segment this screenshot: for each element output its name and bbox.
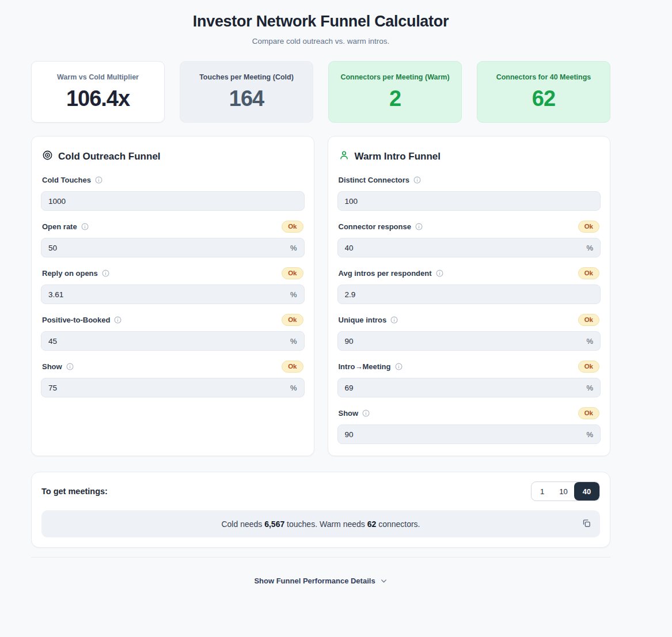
page-title: Investor Network Funnel Calculator <box>31 13 610 31</box>
stat-card-touches-per-meeting: Touches per Meeting (Cold) 164 <box>180 61 313 123</box>
info-icon[interactable] <box>102 270 109 277</box>
warm-panel-header: Warm Intro Funnel <box>337 146 601 164</box>
field-label: Reply on opens <box>42 269 98 278</box>
stat-card-connectors-for-meetings: Connectors for 40 Meetings 62 <box>477 61 610 123</box>
stats-row: Warm vs Cold Multiplier 106.4x Touches p… <box>31 61 610 123</box>
field-label: Cold Touches <box>42 176 91 184</box>
field-label: Show <box>42 362 62 371</box>
cold-touches-input[interactable] <box>41 191 305 211</box>
status-badge: Ok <box>578 407 599 420</box>
field-cold-touches: Cold Touches <box>41 173 305 211</box>
stat-value: 62 <box>532 86 555 111</box>
distinct-connectors-input[interactable] <box>337 191 601 211</box>
stat-value: 2 <box>389 86 401 111</box>
cold-show-input[interactable]: % <box>41 378 305 397</box>
intro-meeting-input[interactable]: % <box>337 378 601 397</box>
status-badge: Ok <box>282 361 303 373</box>
field-warm-show: Show Ok % <box>337 407 601 444</box>
info-icon[interactable] <box>436 270 443 277</box>
cold-show-value[interactable] <box>48 384 290 392</box>
target-icon <box>42 150 53 163</box>
panels-row: Cold Outreach Funnel Cold Touches Open r… <box>31 136 610 456</box>
show-details-label: Show Funnel Performance Details <box>254 577 375 585</box>
unit-label: % <box>586 384 593 392</box>
status-badge: Ok <box>578 314 599 327</box>
status-badge: Ok <box>578 361 599 373</box>
open-rate-input[interactable]: % <box>41 238 305 257</box>
field-unique-intros: Unique intros Ok % <box>337 313 601 351</box>
info-icon[interactable] <box>415 223 423 230</box>
field-reply-on-opens: Reply on opens Ok % <box>41 267 305 304</box>
chevron-down-icon <box>380 577 388 585</box>
cold-needed-value: 6,567 <box>264 520 284 529</box>
field-avg-intros: Avg intros per respondent Ok <box>337 267 601 304</box>
avg-intros-input[interactable] <box>337 285 601 304</box>
cold-panel-title: Cold Outreach Funnel <box>58 151 161 162</box>
positive-to-booked-input[interactable]: % <box>41 331 305 351</box>
unit-label: % <box>290 290 297 299</box>
cold-panel-header: Cold Outreach Funnel <box>41 146 305 164</box>
field-label: Show <box>339 409 359 418</box>
positive-to-booked-value[interactable] <box>48 337 290 346</box>
field-label: Positive-to-Booked <box>42 316 110 324</box>
stat-value: 164 <box>229 86 264 111</box>
cold-touches-value[interactable] <box>48 197 297 206</box>
info-icon[interactable] <box>413 176 421 184</box>
info-icon[interactable] <box>395 363 403 370</box>
avg-intros-value[interactable] <box>345 290 594 299</box>
meetings-option-1[interactable]: 1 <box>531 482 553 500</box>
meetings-option-40[interactable]: 40 <box>574 482 599 500</box>
unit-label: % <box>586 337 593 346</box>
connector-response-value[interactable] <box>345 244 587 252</box>
status-badge: Ok <box>578 267 599 280</box>
reply-on-opens-input[interactable]: % <box>41 285 305 304</box>
info-icon[interactable] <box>114 316 122 324</box>
field-label: Unique intros <box>339 316 387 324</box>
open-rate-value[interactable] <box>48 244 290 252</box>
meetings-count-toggle: 1 10 40 <box>531 481 600 501</box>
warm-panel-title: Warm Intro Funnel <box>355 151 441 162</box>
intro-meeting-value[interactable] <box>345 384 587 392</box>
field-intro-meeting: Intro→Meeting Ok % <box>337 360 601 397</box>
status-badge: Ok <box>282 221 303 233</box>
stat-label: Connectors per Meeting (Warm) <box>340 73 449 81</box>
divider <box>31 557 610 558</box>
person-icon <box>339 150 350 163</box>
info-icon[interactable] <box>95 176 102 184</box>
field-distinct-connectors: Distinct Connectors <box>337 173 601 211</box>
info-icon[interactable] <box>66 363 74 370</box>
unit-label: % <box>290 244 297 252</box>
field-connector-response: Connector response Ok % <box>337 220 601 257</box>
warm-show-value[interactable] <box>345 430 587 439</box>
stat-label: Connectors for 40 Meetings <box>496 73 591 81</box>
unit-label: % <box>586 430 593 439</box>
field-label: Distinct Connectors <box>339 176 410 184</box>
stat-value: 106.4x <box>66 86 130 111</box>
info-icon[interactable] <box>390 316 398 324</box>
unique-intros-input[interactable]: % <box>337 331 601 351</box>
field-open-rate: Open rate Ok % <box>41 220 305 257</box>
warm-funnel-panel: Warm Intro Funnel Distinct Connectors Co… <box>328 136 611 456</box>
reply-on-opens-value[interactable] <box>48 290 290 299</box>
info-icon[interactable] <box>81 223 89 230</box>
info-icon[interactable] <box>362 410 370 417</box>
warm-needed-value: 62 <box>367 520 377 529</box>
copy-button[interactable] <box>578 516 594 532</box>
field-positive-to-booked: Positive-to-Booked Ok % <box>41 313 305 351</box>
header: Investor Network Funnel Calculator Compa… <box>31 0 610 46</box>
unique-intros-value[interactable] <box>345 337 587 346</box>
unit-label: % <box>290 384 297 392</box>
meetings-option-10[interactable]: 10 <box>553 482 574 500</box>
warm-show-input[interactable]: % <box>337 424 601 444</box>
distinct-connectors-value[interactable] <box>345 197 594 206</box>
status-badge: Ok <box>578 221 599 233</box>
footer: Show Funnel Performance Details <box>31 575 610 586</box>
field-label: Avg intros per respondent <box>339 269 432 278</box>
page-subtitle: Compare cold outreach vs. warm intros. <box>31 37 610 46</box>
page: Investor Network Funnel Calculator Compa… <box>31 0 610 586</box>
connector-response-input[interactable]: % <box>337 238 601 257</box>
meetings-label: To get meetings: <box>41 487 108 496</box>
show-details-button[interactable]: Show Funnel Performance Details <box>254 577 387 585</box>
stat-card-connectors-per-meeting: Connectors per Meeting (Warm) 2 <box>328 61 462 123</box>
status-badge: Ok <box>282 267 303 280</box>
